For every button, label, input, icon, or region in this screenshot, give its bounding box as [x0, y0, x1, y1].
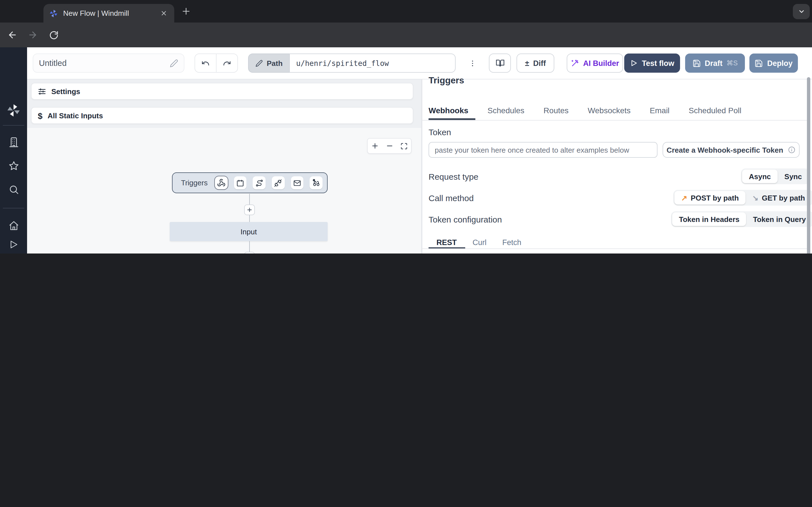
request-type-label: Request type: [428, 172, 478, 181]
tab-rest[interactable]: REST: [428, 238, 465, 252]
dollar-icon: $: [38, 111, 43, 120]
input-node-label: Input: [241, 227, 257, 236]
call-method-post[interactable]: ↗ POST by path: [674, 191, 746, 205]
flow-graph-canvas[interactable]: Triggers Input: [27, 128, 422, 253]
draft-button[interactable]: Draft ⌘S: [685, 54, 745, 73]
zoom-out-icon[interactable]: [382, 138, 396, 153]
path-label-segment[interactable]: Path: [248, 54, 289, 73]
request-type-sync[interactable]: Sync: [777, 170, 809, 183]
ai-builder-label: AI Builder: [583, 59, 619, 67]
info-icon: [788, 146, 796, 154]
tab-close-icon[interactable]: [158, 8, 168, 18]
tab-fetch[interactable]: Fetch: [495, 238, 529, 252]
schedule-trigger-icon[interactable]: [234, 176, 247, 189]
triggers-panel: [422, 79, 812, 253]
path-field-group: Path u/henri/spirited_flow: [248, 54, 456, 73]
token-config-toggle: Token in Headers Token in Query: [671, 211, 812, 227]
flow-name-input[interactable]: Untitled: [33, 54, 185, 73]
call-method-toggle: ↗ POST by path ↘ GET by path: [673, 190, 812, 206]
tab-scheduled-poll[interactable]: Scheduled Poll: [689, 106, 742, 115]
divider: [422, 120, 808, 121]
save-icon: [755, 59, 763, 67]
sidebar-item-workspace[interactable]: [0, 133, 27, 151]
path-value-text: u/henri/spirited_flow: [296, 59, 389, 67]
scheduled-poll-trigger-icon[interactable]: [310, 176, 322, 189]
code-example-tabs: REST Curl Fetch: [428, 238, 529, 252]
settings-card[interactable]: Settings: [31, 83, 413, 100]
graph-edge: [249, 241, 250, 252]
input-node[interactable]: Input: [170, 222, 327, 241]
create-webhook-token-button[interactable]: Create a Webhook-specific Token: [663, 142, 800, 158]
tab-search-chevron-icon[interactable]: [793, 4, 810, 19]
scrollbar-thumb[interactable]: [807, 77, 810, 253]
token-input[interactable]: [428, 142, 658, 158]
back-icon[interactable]: [6, 29, 18, 41]
sliders-icon: [38, 87, 46, 96]
trigger-tabs: Webhooks Schedules Routes Websockets Ema…: [428, 106, 741, 115]
request-type-async[interactable]: Async: [742, 170, 777, 183]
magic-wand-icon: [571, 59, 579, 67]
windmill-logo[interactable]: [0, 102, 27, 119]
edit-pencil-icon: [255, 59, 263, 67]
home-icon: [8, 220, 19, 231]
graph-edge: [249, 215, 250, 222]
forward-icon[interactable]: [27, 29, 39, 41]
zoom-controls: [367, 138, 412, 154]
sidebar-item-runs[interactable]: [0, 236, 27, 253]
test-flow-button[interactable]: Test flow: [624, 54, 680, 73]
sidebar-item-search[interactable]: [0, 181, 27, 198]
diff-label: Diff: [533, 59, 546, 67]
diff-button[interactable]: ± Diff: [516, 54, 554, 73]
tab-email[interactable]: Email: [650, 106, 670, 115]
undo-button[interactable]: [195, 54, 216, 72]
draft-label: Draft: [705, 59, 722, 67]
tab-webhooks[interactable]: Webhooks: [428, 106, 468, 115]
token-in-query[interactable]: Token in Query: [746, 212, 812, 226]
search-icon: [8, 184, 19, 194]
deploy-button[interactable]: Deploy: [749, 54, 798, 73]
static-inputs-card[interactable]: $ All Static Inputs: [31, 107, 413, 124]
fit-view-icon[interactable]: [397, 138, 411, 153]
star-icon: [8, 160, 19, 171]
building-icon: [8, 136, 19, 147]
sidebar-item-home[interactable]: [0, 217, 27, 234]
windmill-favicon: [49, 9, 58, 18]
ai-builder-button[interactable]: AI Builder: [567, 54, 623, 73]
triggers-panel-title: Triggers: [428, 75, 464, 86]
zoom-in-icon[interactable]: [368, 138, 382, 153]
tab-routes[interactable]: Routes: [544, 106, 569, 115]
sidebar-item-favorites[interactable]: [0, 157, 27, 174]
add-step-button[interactable]: [244, 205, 255, 215]
new-tab-icon[interactable]: [182, 7, 191, 16]
book-open-icon: [495, 59, 504, 68]
arrow-up-right-icon: ↗: [681, 193, 688, 202]
edit-pencil-icon[interactable]: [170, 59, 178, 67]
play-icon: [8, 239, 18, 249]
tab-curl[interactable]: Curl: [465, 238, 495, 252]
play-icon: [630, 59, 638, 67]
token-in-headers[interactable]: Token in Headers: [672, 212, 746, 226]
draft-shortcut: ⌘S: [726, 59, 738, 67]
flow-name-text: Untitled: [39, 59, 66, 68]
websocket-trigger-icon[interactable]: [272, 176, 285, 189]
more-options-icon[interactable]: [469, 56, 476, 70]
reload-icon[interactable]: [47, 29, 60, 41]
docs-button[interactable]: [489, 54, 511, 73]
app-sidebar: [0, 47, 27, 253]
plus-minus-icon: ±: [525, 59, 529, 67]
webhook-trigger-icon[interactable]: [215, 176, 227, 189]
call-method-get[interactable]: ↘ GET by path: [746, 191, 812, 205]
token-config-label: Token configuration: [428, 215, 502, 224]
path-value-input[interactable]: u/henri/spirited_flow: [289, 54, 456, 73]
tab-schedules[interactable]: Schedules: [488, 106, 524, 115]
tab-websockets[interactable]: Websockets: [588, 106, 631, 115]
route-trigger-icon[interactable]: [253, 176, 266, 189]
triggers-node[interactable]: Triggers: [172, 172, 327, 193]
divider: [422, 248, 808, 249]
redo-button[interactable]: [216, 54, 238, 72]
browser-tab[interactable]: New Flow | Windmill: [43, 4, 174, 22]
path-label-text: Path: [267, 59, 283, 67]
arrow-down-right-icon: ↘: [752, 193, 758, 202]
email-trigger-icon[interactable]: [291, 176, 303, 189]
add-step-button[interactable]: [244, 252, 255, 253]
